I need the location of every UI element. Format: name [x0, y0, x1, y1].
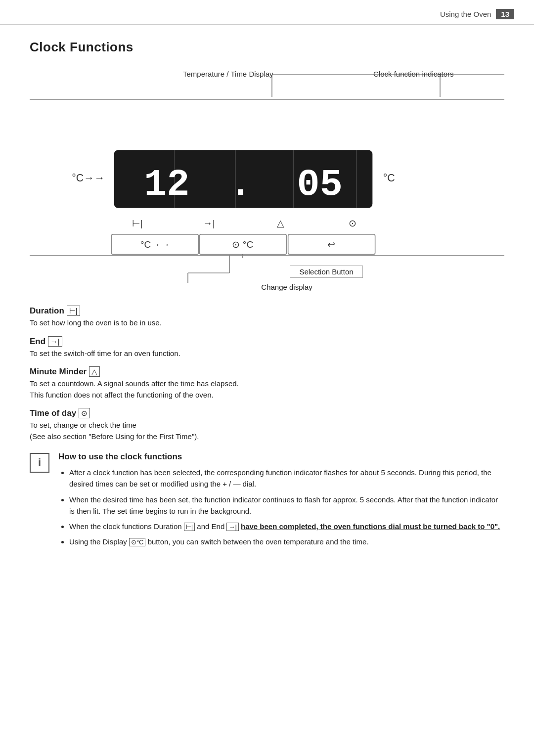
- svg-text:°C→→: °C→→: [140, 239, 170, 250]
- svg-text:°C: °C: [383, 172, 395, 184]
- label-temp-time: Temperature / Time Display: [183, 70, 273, 78]
- function-item-minute-minder: Minute Minder △ To set a countdown. A si…: [30, 367, 504, 400]
- change-display-label: Change display: [261, 283, 312, 291]
- info-bullet-2: When the desired time has been set, the …: [69, 494, 504, 517]
- info-section: i How to use the clock functions After a…: [30, 452, 504, 552]
- selection-button-label: Selection Button: [290, 266, 362, 278]
- info-icon: i: [30, 453, 49, 473]
- info-bullet-1: After a clock function has been selected…: [69, 467, 504, 490]
- function-list: Duration ⊢| To set how long the oven is …: [30, 306, 504, 442]
- info-content: How to use the clock functions After a c…: [58, 452, 504, 552]
- svg-text:.: .: [229, 163, 252, 206]
- function-item-time-of-day: Time of day ⊙ To set, change or check th…: [30, 408, 504, 442]
- bottom-labels-area: Selection Button Change display: [69, 266, 504, 291]
- function-desc-end: To set the switch-off time for an oven f…: [30, 348, 504, 359]
- content-area: Clock Functions Temperature / Time Displ…: [0, 25, 534, 572]
- svg-text:05: 05: [297, 163, 343, 206]
- function-title-duration: Duration ⊢|: [30, 306, 504, 316]
- svg-text:°C→→: °C→→: [72, 172, 105, 184]
- function-item-duration: Duration ⊢| To set how long the oven is …: [30, 306, 504, 329]
- function-desc-minute-minder: To set a countdown. A signal sounds afte…: [30, 378, 504, 400]
- function-item-end: End →| To set the switch-off time for an…: [30, 337, 504, 359]
- svg-text:→|: →|: [203, 218, 215, 228]
- svg-text:12: 12: [144, 163, 189, 206]
- info-bullet-4: Using the Display ⊙°C button, you can sw…: [69, 536, 504, 547]
- function-title-time-of-day: Time of day ⊙: [30, 408, 504, 418]
- function-desc-time-of-day: To set, change or check the time(See als…: [30, 420, 504, 442]
- info-title: How to use the clock functions: [58, 452, 504, 462]
- page-label: Using the Oven: [440, 10, 491, 18]
- info-bullets-list: After a clock function has been selected…: [58, 467, 504, 548]
- function-title-end: End →|: [30, 337, 504, 347]
- function-title-minute-minder: Minute Minder △: [30, 367, 504, 377]
- function-desc-duration: To set how long the oven is to be in use…: [30, 317, 504, 329]
- label-clock-indicators: Clock function indicators: [373, 70, 454, 78]
- svg-text:↩: ↩: [327, 239, 335, 250]
- section-title: Clock Functions: [30, 40, 504, 55]
- page-header: Using the Oven 13: [0, 0, 534, 25]
- svg-text:⊙: ⊙: [349, 218, 356, 228]
- diagram-container: Temperature / Time Display Clock functio…: [30, 70, 504, 291]
- info-bullet-3: When the clock functions Duration ⊢| and…: [69, 521, 504, 532]
- page-number: 13: [496, 9, 514, 19]
- svg-text:⊙ °C: ⊙ °C: [232, 239, 253, 250]
- svg-text:⊢|: ⊢|: [132, 218, 143, 228]
- oven-display-svg: °C→→ 12 . 05 °C ⊢| →| △ ⊙ °C→→: [30, 100, 504, 258]
- svg-text:△: △: [277, 218, 284, 228]
